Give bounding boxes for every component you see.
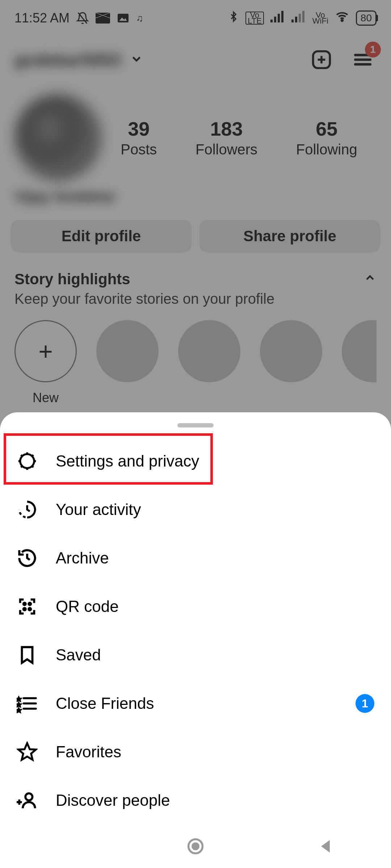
svg-point-21: [24, 608, 26, 610]
followers-count: 183: [196, 118, 257, 140]
mail-icon: [96, 13, 110, 24]
close-friends-icon: [17, 693, 38, 714]
svg-marker-29: [18, 743, 36, 760]
display-name: Vijay Godekar: [0, 184, 391, 220]
svg-rect-4: [274, 17, 276, 22]
gear-icon: [17, 451, 38, 472]
menu-close-friends[interactable]: Close Friends 1: [0, 679, 391, 728]
svg-point-11: [341, 20, 343, 21]
nav-home-button[interactable]: [186, 837, 205, 856]
edit-profile-button[interactable]: Edit profile: [11, 220, 192, 252]
plus-icon: +: [14, 320, 77, 382]
svg-point-19: [24, 603, 26, 605]
close-friends-badge: 1: [356, 694, 374, 713]
music-icon: ♫: [136, 13, 143, 24]
menu-favorites[interactable]: Favorites: [0, 728, 391, 776]
menu-qr-code[interactable]: QR code: [0, 582, 391, 631]
svg-rect-9: [299, 14, 301, 22]
volte-indicator: Vo LTE: [245, 12, 264, 25]
stat-followers[interactable]: 183 Followers: [196, 118, 257, 158]
menu-your-activity[interactable]: Your activity: [0, 485, 391, 534]
svg-rect-8: [295, 17, 297, 22]
activity-icon: [17, 499, 38, 520]
menu-label: Archive: [56, 549, 109, 567]
highlight-new[interactable]: + New: [14, 320, 77, 405]
highlight-placeholder: [260, 320, 322, 405]
menu-label: Favorites: [56, 743, 121, 761]
menu-label: Your activity: [56, 501, 141, 519]
svg-rect-5: [278, 14, 280, 22]
sheet-handle[interactable]: [177, 423, 214, 427]
image-icon: [117, 12, 130, 25]
highlights-subtitle: Keep your favorite stories on your profi…: [14, 291, 377, 307]
share-profile-button[interactable]: Share profile: [199, 220, 380, 252]
nav-back-button[interactable]: [316, 837, 335, 856]
create-button[interactable]: [308, 46, 335, 73]
menu-archive[interactable]: Archive: [0, 534, 391, 582]
followers-label: Followers: [196, 141, 257, 158]
following-count: 65: [296, 118, 357, 140]
svg-rect-10: [302, 11, 304, 22]
svg-point-30: [25, 793, 32, 800]
wifi-icon: [335, 10, 349, 26]
bluetooth-icon: [228, 9, 239, 27]
menu-label: Saved: [56, 646, 101, 664]
svg-marker-28: [17, 709, 21, 712]
menu-settings-privacy[interactable]: Settings and privacy: [0, 437, 391, 485]
svg-marker-26: [17, 697, 21, 701]
vowifi-indicator: Vo WiFi: [312, 12, 328, 24]
menu-label: Discover people: [56, 791, 170, 809]
following-label: Following: [296, 141, 357, 158]
menu-label: Close Friends: [56, 694, 154, 712]
battery-indicator: 80: [356, 10, 377, 26]
add-person-icon: [17, 790, 38, 811]
menu-discover-people[interactable]: Discover people: [0, 776, 391, 825]
nav-recent-button[interactable]: [56, 837, 75, 856]
svg-rect-7: [291, 20, 294, 22]
highlight-new-label: New: [14, 390, 77, 405]
highlight-placeholder: [342, 320, 377, 405]
signal-icon-2: [291, 10, 306, 26]
svg-point-34: [192, 842, 199, 850]
bookmark-icon: [17, 644, 38, 665]
posts-label: Posts: [121, 141, 157, 158]
svg-rect-1: [118, 14, 129, 22]
avatar[interactable]: [14, 94, 101, 181]
status-time: 11:52 AM: [14, 10, 70, 26]
chevron-up-icon[interactable]: [363, 271, 377, 288]
svg-marker-35: [321, 840, 330, 853]
svg-point-18: [20, 454, 34, 468]
android-nav-bar: [0, 825, 391, 868]
menu-label: Settings and privacy: [56, 452, 199, 470]
menu-saved[interactable]: Saved: [0, 631, 391, 679]
svg-point-22: [29, 608, 31, 610]
username[interactable]: godekar5053: [14, 50, 121, 70]
mute-icon: [76, 12, 89, 25]
svg-rect-3: [270, 20, 273, 22]
menu-label: QR code: [56, 597, 119, 616]
svg-marker-27: [17, 703, 21, 707]
highlight-placeholder: [178, 320, 240, 405]
stat-following[interactable]: 65 Following: [296, 118, 357, 158]
qr-code-icon: [17, 596, 38, 617]
stat-posts[interactable]: 39 Posts: [121, 118, 157, 158]
menu-button[interactable]: 1: [349, 46, 377, 73]
svg-point-20: [29, 603, 31, 605]
highlights-title: Story highlights: [14, 271, 130, 288]
chevron-down-icon[interactable]: [130, 52, 143, 67]
signal-icon: [270, 10, 285, 26]
menu-badge: 1: [365, 42, 381, 58]
highlight-placeholder: [96, 320, 159, 405]
archive-icon: [17, 548, 38, 569]
bottom-sheet: Settings and privacy Your activity Archi…: [0, 412, 391, 868]
posts-count: 39: [121, 118, 157, 140]
status-bar: 11:52 AM ♫ Vo LTE: [0, 0, 391, 36]
svg-rect-6: [281, 11, 283, 22]
star-icon: [17, 741, 38, 762]
